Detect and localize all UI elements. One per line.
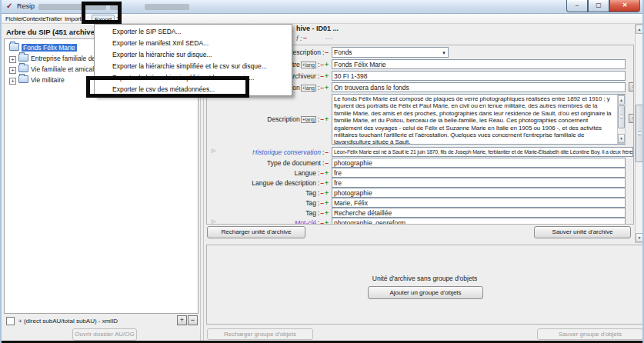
add-lang-button[interactable]: +lang bbox=[301, 116, 316, 123]
maximize-button[interactable]: ▢ bbox=[588, 0, 609, 12]
description-long-textarea[interactable]: Le fonds Félix Marie est composé de plaq… bbox=[332, 94, 626, 145]
field-label: Tag bbox=[305, 209, 316, 217]
menu-item-export-sip-seda[interactable]: Exporter le SIP SEDA... bbox=[95, 26, 291, 38]
edit-text-button[interactable]: ≡ bbox=[629, 82, 634, 92]
add-field-icon[interactable]: + bbox=[325, 84, 329, 92]
scroll-down-icon[interactable]: ▼ bbox=[636, 233, 643, 242]
tag-input[interactable]: photographie bbox=[332, 188, 626, 198]
tree-expand-all-button[interactable]: + bbox=[177, 315, 187, 325]
open-au-og-folder-button[interactable]: Ouvrir dossier AU/OG bbox=[72, 328, 137, 341]
tag-input[interactable]: Marie, Félix bbox=[332, 198, 626, 208]
remove-field-icon[interactable]: – bbox=[320, 72, 324, 80]
menu-item-export-manifest-seda[interactable]: Exporter le manifest Xml SEDA... bbox=[95, 38, 291, 49]
remove-field-icon[interactable]: – bbox=[325, 48, 329, 56]
field-label: Langue de description bbox=[252, 179, 316, 187]
remove-field-icon[interactable]: – bbox=[320, 219, 324, 225]
remove-field-icon[interactable]: – bbox=[325, 148, 329, 156]
expand-plus-icon[interactable]: + bbox=[9, 78, 16, 85]
remove-field-icon[interactable]: – bbox=[320, 179, 324, 187]
folder-icon bbox=[18, 65, 28, 72]
save-au-button[interactable]: Sauver unité d'archive bbox=[534, 226, 631, 238]
field-label: Description bbox=[267, 115, 300, 123]
add-field-icon[interactable]: + bbox=[325, 115, 329, 123]
add-object-group-button[interactable]: Ajouter un groupe d'objets bbox=[368, 286, 483, 299]
add-field-icon[interactable]: + bbox=[325, 179, 329, 187]
add-field-icon[interactable]: + bbox=[325, 219, 329, 225]
scroll-up-icon[interactable]: ▲ bbox=[636, 25, 643, 34]
tree-item-label[interactable]: Fonds Félix Marie bbox=[22, 44, 77, 52]
description-court-input[interactable]: On trouvera dans le fonds bbox=[332, 82, 626, 92]
redacted-title-text bbox=[145, 4, 189, 10]
historique-conservation-input[interactable]: Léon-Félix Marie est né à Sault le 21 ju… bbox=[332, 147, 633, 157]
reload-og-button[interactable]: Recharger groupe d'objets bbox=[207, 328, 313, 340]
menu-import[interactable]: Import bbox=[62, 15, 83, 23]
menu-item-export-hierarchie[interactable]: Exporter la hiérarchie sur disque... bbox=[95, 49, 291, 61]
expand-plus-icon[interactable]: + bbox=[9, 67, 16, 74]
add-lang-button[interactable]: +lang bbox=[301, 62, 316, 68]
tree-item-label[interactable]: Vie militaire bbox=[31, 76, 65, 84]
edit-text-button[interactable]: ≡ bbox=[629, 114, 634, 123]
tree-item-vie-militaire[interactable]: +Vie militaire bbox=[9, 75, 65, 85]
scroll-down-icon[interactable]: ▼ bbox=[618, 134, 625, 143]
annotation-box-csv-metadata bbox=[86, 76, 249, 98]
remove-field-icon[interactable]: – bbox=[325, 159, 329, 167]
field-label: Langue bbox=[295, 169, 316, 177]
chevron-down-icon: ▼ bbox=[442, 48, 446, 58]
minimize-button[interactable]: – bbox=[566, 0, 588, 12]
add-field-icon[interactable]: + bbox=[325, 209, 329, 217]
remove-field-icon[interactable]: – bbox=[320, 199, 324, 207]
colon: : bbox=[322, 48, 324, 56]
tree-item-vie-familiale[interactable]: +Vie familiale et amicale bbox=[9, 64, 98, 75]
xmlid-checkbox[interactable] bbox=[6, 317, 15, 325]
colon: : bbox=[318, 219, 319, 225]
tag-input[interactable]: Recherche détaillée bbox=[332, 208, 626, 218]
au-profile-browse-button[interactable]: ... bbox=[325, 33, 334, 41]
thumb-grip bbox=[620, 115, 622, 118]
au-profile-remove-icon[interactable]: – bbox=[303, 34, 307, 42]
add-field-icon[interactable]: + bbox=[325, 199, 329, 207]
add-field-icon[interactable]: + bbox=[325, 189, 329, 197]
menu-item-export-csv-disque[interactable]: Exporter la hiérarchie simplifiée et le … bbox=[95, 61, 291, 72]
remove-field-icon[interactable]: – bbox=[320, 61, 324, 68]
reload-au-button[interactable]: Recharger unité d'archive bbox=[207, 226, 305, 238]
scrollbar-thumb[interactable] bbox=[618, 105, 625, 128]
mot-cle-input[interactable]: photographie, genreform bbox=[332, 218, 626, 225]
add-field-icon[interactable]: + bbox=[325, 169, 329, 177]
field-label: Tag bbox=[305, 189, 316, 197]
colon: : bbox=[322, 159, 324, 167]
type-document-input[interactable]: photographie bbox=[332, 158, 626, 168]
field-row-mot-cle: ▷ Mot-clé:–+ photographie, genreform bbox=[207, 218, 633, 225]
au-panel-scrollbar[interactable]: ▲ ▼ bbox=[635, 24, 644, 243]
id-archiveur-input[interactable]: 30 FI 1-398 bbox=[332, 71, 626, 81]
tree-item-label[interactable]: Vie familiale et amicale bbox=[31, 65, 98, 73]
remove-field-icon[interactable]: – bbox=[320, 169, 324, 177]
add-field-icon[interactable]: + bbox=[325, 72, 329, 80]
menu-traiter[interactable]: Traiter bbox=[43, 15, 64, 23]
app-icon: ✓ bbox=[6, 2, 12, 10]
scroll-up-icon[interactable]: ▲ bbox=[618, 95, 625, 105]
scrollbar-thumb[interactable] bbox=[636, 105, 643, 162]
annotation-box-export-menu bbox=[82, 2, 122, 24]
titre-input[interactable]: Fonds Félix Marie bbox=[332, 59, 626, 69]
niveau-description-select[interactable]: Fonds ▼ bbox=[332, 47, 449, 58]
expand-plus-icon[interactable]: + bbox=[9, 56, 16, 63]
colon: : bbox=[322, 148, 324, 156]
textarea-scrollbar[interactable]: ▲ ▼ bbox=[617, 95, 626, 144]
remove-field-icon[interactable]: – bbox=[320, 209, 324, 217]
langue-description-input[interactable]: fre bbox=[332, 178, 626, 188]
langue-input[interactable]: fre bbox=[332, 168, 626, 178]
add-lang-button[interactable]: +lang bbox=[301, 85, 316, 92]
remove-field-icon[interactable]: – bbox=[320, 115, 324, 123]
remove-field-icon[interactable]: – bbox=[320, 84, 324, 92]
colon: : bbox=[318, 84, 319, 92]
colon: : bbox=[318, 169, 319, 177]
window-controls: – ▢ ✕ bbox=[566, 0, 640, 12]
remove-field-icon[interactable]: – bbox=[320, 189, 324, 197]
tree-collapse-all-button[interactable]: − bbox=[188, 315, 198, 325]
resip-window: ✓ Resip – ▢ ✕ Fichier Contexte Traiter I… bbox=[0, 0, 644, 343]
colon: : bbox=[318, 209, 319, 217]
add-field-icon[interactable]: + bbox=[325, 61, 329, 68]
tree-item-fonds-felix-marie[interactable]: Fonds Félix Marie bbox=[9, 42, 77, 53]
save-og-button[interactable]: Sauver groupe d'objets bbox=[537, 328, 643, 340]
close-button[interactable]: ✕ bbox=[609, 0, 640, 12]
